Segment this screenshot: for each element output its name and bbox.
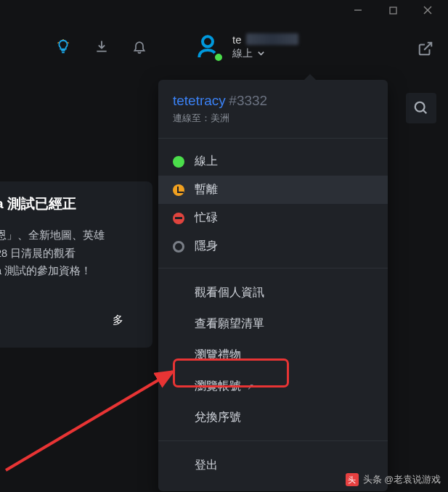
status-label: 忙碌 xyxy=(195,210,218,226)
status-label: 線上 xyxy=(195,154,218,169)
avatar xyxy=(192,30,224,62)
menu-item[interactable]: 查看願望清單 xyxy=(158,308,388,340)
dropdown-username: tetetracy xyxy=(173,93,226,108)
external-link-button[interactable] xyxy=(418,41,433,60)
menu-item-label: 觀看個人資訊 xyxy=(195,285,264,300)
invisible-status-icon xyxy=(173,241,184,253)
menu-item[interactable]: 兌換序號 xyxy=(158,402,388,433)
bell-icon[interactable] xyxy=(132,39,147,54)
user-dropdown: tetetracy #3332 連線至：美洲 線上暫離忙碌隱身 觀看個人資訊查看… xyxy=(158,80,388,491)
external-arrow-icon: ↗ xyxy=(247,382,254,392)
close-button[interactable] xyxy=(412,0,444,20)
news-line: 28 日清晨的觀看 xyxy=(0,245,142,263)
busy-status-icon xyxy=(173,213,184,224)
menu-item-label: 登出 xyxy=(195,458,218,473)
divider xyxy=(158,138,388,139)
username-prefix: te xyxy=(232,33,242,46)
watermark-text: 头条 @老袁说游戏 xyxy=(363,474,441,486)
menu-item[interactable]: 瀏覽帳號↗ xyxy=(158,371,388,402)
menu-item-label: 瀏覽禮物 xyxy=(195,348,241,363)
divider xyxy=(158,268,388,268)
minimize-button[interactable] xyxy=(342,0,374,20)
status-label: 線上 xyxy=(232,47,253,60)
more-button[interactable]: 多 xyxy=(0,306,142,335)
watermark: 头 头条 @老袁说游戏 xyxy=(346,473,441,486)
status-option-online[interactable]: 線上 xyxy=(158,147,388,176)
username-blur xyxy=(246,33,298,45)
svg-point-5 xyxy=(415,102,425,112)
away-status-icon xyxy=(173,184,184,196)
maximize-button[interactable] xyxy=(377,0,409,20)
watermark-badge: 头 xyxy=(346,473,359,486)
svg-rect-1 xyxy=(390,7,396,14)
status-label: 隱身 xyxy=(195,239,218,254)
status-label: 暫離 xyxy=(195,182,218,197)
status-option-busy[interactable]: 忙碌 xyxy=(158,204,388,232)
svg-line-8 xyxy=(6,372,173,470)
news-line: a 測試的參加資格！ xyxy=(0,262,142,280)
status-indicator-online xyxy=(213,52,224,63)
dropdown-tag: #3332 xyxy=(229,93,267,108)
status-option-away[interactable]: 暫離 xyxy=(158,176,388,204)
search-button[interactable] xyxy=(406,93,436,123)
user-menu-trigger[interactable]: te 線上 xyxy=(187,26,313,67)
tips-icon[interactable] xyxy=(55,38,71,54)
news-line: 恩」、全新地圖、英雄 xyxy=(0,226,142,245)
svg-line-6 xyxy=(423,110,427,114)
menu-item-label: 兌換序號 xyxy=(195,410,241,425)
svg-point-4 xyxy=(203,36,213,46)
news-title: a 測試已經正 xyxy=(0,194,142,213)
menu-item-label: 查看願望清單 xyxy=(195,316,264,332)
news-card: a 測試已經正 恩」、全新地圖、英雄 28 日清晨的觀看 a 測試的參加資格！ … xyxy=(0,181,152,348)
menu-item[interactable]: 觀看個人資訊 xyxy=(158,277,388,308)
divider xyxy=(158,440,388,441)
menu-item[interactable]: 瀏覽禮物 xyxy=(158,340,388,371)
menu-item-label: 瀏覽帳號 xyxy=(195,379,241,394)
chevron-down-icon xyxy=(257,49,265,57)
dropdown-region: 連線至：美洲 xyxy=(173,112,373,125)
online-status-icon xyxy=(173,156,184,168)
status-option-invisible[interactable]: 隱身 xyxy=(158,232,388,261)
download-icon[interactable] xyxy=(94,39,109,54)
